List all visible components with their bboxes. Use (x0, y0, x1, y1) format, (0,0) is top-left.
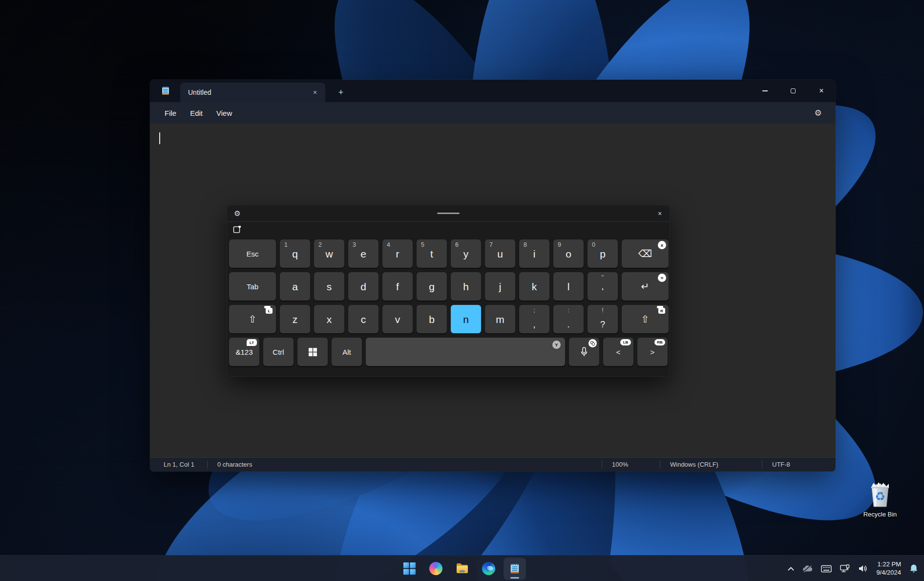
key-x[interactable]: x (314, 305, 344, 333)
status-zoom-level[interactable]: 100% (602, 461, 660, 469)
key-q[interactable]: 1q (280, 239, 310, 268)
keyboard-drag-handle[interactable] (437, 213, 460, 214)
key-g[interactable]: g (417, 272, 447, 301)
keyboard-close-button[interactable]: × (653, 207, 667, 220)
tray-time: 1:22 PM (876, 560, 901, 569)
key-label: x (327, 314, 332, 324)
clipboard-heart-icon[interactable] (233, 225, 241, 234)
key-tab[interactable]: Tab (229, 272, 276, 301)
menu-edit[interactable]: Edit (183, 106, 210, 120)
key-k[interactable]: k (519, 272, 549, 301)
notepad-icon (161, 86, 170, 96)
key-z[interactable]: z (280, 305, 310, 333)
notepad-taskbar-button[interactable] (504, 558, 525, 580)
tab-untitled[interactable]: Untitled × (180, 83, 325, 102)
key-u[interactable]: 7u (485, 239, 515, 268)
hidden-icons-button[interactable] (787, 560, 795, 578)
key-label: v (395, 314, 400, 324)
key-l[interactable]: l (553, 272, 584, 301)
titlebar[interactable]: Untitled × + × (150, 80, 836, 102)
copilot-icon (429, 562, 442, 575)
key-m[interactable]: m (485, 305, 515, 333)
key-mic[interactable] (569, 338, 599, 366)
chevron-up-icon (788, 567, 794, 571)
key-windows[interactable] (297, 338, 328, 366)
volume-button[interactable] (857, 560, 869, 578)
settings-gear-icon[interactable]: ⚙ (809, 102, 827, 124)
key-ctrl[interactable]: Ctrl (263, 338, 294, 366)
key-s[interactable]: s (314, 272, 344, 301)
recycle-bin[interactable]: ♻ Recycle Bin (856, 481, 904, 518)
key-space[interactable]: Y (366, 338, 565, 366)
tab-close-button[interactable]: × (309, 86, 321, 99)
keyboard-topbar[interactable]: ⚙ × (227, 205, 670, 222)
key-t[interactable]: 5t (417, 239, 447, 268)
gamepad-hint-badge: Y (552, 341, 561, 349)
maximize-button[interactable] (779, 80, 807, 102)
touch-keyboard: ⚙ × Esc1q2w3e4r5t6y7u8i9o0p⌫xTabasdfghjk… (227, 205, 670, 377)
menu-view[interactable]: View (210, 106, 239, 120)
gamepad-hint-badge (588, 339, 597, 347)
key-label: ↵ (641, 281, 650, 291)
status-encoding[interactable]: UTF-8 (762, 461, 836, 469)
key-backspace[interactable]: ⌫x (622, 239, 669, 268)
network-button[interactable] (839, 560, 851, 578)
key-hint: 8 (524, 241, 527, 248)
key-label: e (360, 249, 366, 259)
key-w[interactable]: 2w (314, 239, 344, 268)
key-question[interactable]: !? (588, 305, 618, 333)
keyboard-settings-gear-icon[interactable]: ⚙ (229, 205, 246, 222)
key-label: n (463, 314, 469, 324)
key-hint: " (602, 274, 604, 281)
key-hint: 3 (353, 241, 356, 248)
key-enter[interactable]: ↵≡ (622, 272, 669, 301)
close-button[interactable]: × (807, 80, 836, 102)
edge-button[interactable] (478, 558, 499, 580)
key-symbols[interactable]: &123LT (229, 338, 259, 366)
key-j[interactable]: j (485, 272, 515, 301)
notifications-button[interactable] (908, 560, 919, 578)
key-period[interactable]: :. (553, 305, 584, 333)
status-line-ending[interactable]: Windows (CRLF) (660, 461, 762, 469)
key-d[interactable]: d (348, 272, 378, 301)
key-e[interactable]: 3e (348, 239, 378, 268)
key-apostrophe[interactable]: "' (588, 272, 618, 301)
key-v[interactable]: v (382, 305, 413, 333)
status-cursor-position: Ln 1, Col 1 (150, 461, 207, 469)
key-alt[interactable]: Alt (332, 338, 362, 366)
key-shift-right[interactable]: ⇧R (622, 305, 669, 333)
key-a[interactable]: a (280, 272, 310, 301)
key-y[interactable]: 6y (451, 239, 481, 268)
minimize-button[interactable] (751, 80, 779, 102)
new-tab-button[interactable]: + (333, 85, 349, 100)
taskbar: 1:22 PM 9/4/2024 (0, 555, 924, 581)
key-shift-left[interactable]: ⇧L (229, 305, 276, 333)
key-esc[interactable]: Esc (229, 239, 276, 268)
key-r[interactable]: 4r (382, 239, 413, 268)
key-i[interactable]: 8i (519, 239, 549, 268)
key-o[interactable]: 9o (553, 239, 584, 268)
menu-file[interactable]: File (158, 106, 183, 120)
key-label: j (499, 281, 502, 292)
clock[interactable]: 1:22 PM 9/4/2024 (875, 560, 902, 578)
key-p[interactable]: 0p (588, 239, 618, 268)
key-hint: 7 (489, 241, 493, 248)
key-arrow-left[interactable]: <LB (603, 338, 633, 366)
key-n[interactable]: n (451, 305, 481, 333)
key-label: ⇧ (641, 314, 650, 324)
key-label: Alt (342, 348, 351, 356)
key-hint: 2 (318, 241, 322, 248)
key-label: t (430, 249, 433, 259)
key-f[interactable]: f (382, 272, 413, 301)
copilot-button[interactable] (425, 558, 446, 580)
key-h[interactable]: h (451, 272, 481, 301)
key-c[interactable]: c (348, 305, 378, 333)
key-comma[interactable]: ;, (519, 305, 549, 333)
key-b[interactable]: b (417, 305, 447, 333)
start-button[interactable] (399, 558, 420, 580)
onedrive-button[interactable] (801, 560, 814, 578)
key-arrow-right[interactable]: >RB (637, 338, 668, 366)
file-explorer-button[interactable] (451, 558, 473, 580)
touch-keyboard-tray-button[interactable] (820, 560, 833, 578)
gamepad-hint-badge: ≡ (658, 274, 666, 282)
